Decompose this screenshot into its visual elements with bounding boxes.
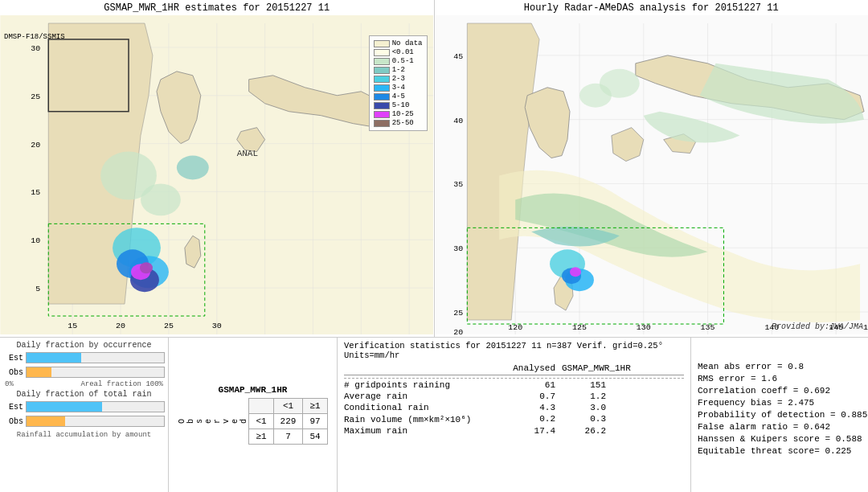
ct-cell-11: 229 bbox=[273, 414, 303, 429]
chart2-obs-label: Obs bbox=[3, 417, 23, 426]
left-map-panel: GSMAP_MWR_1HR estimates for 20151227 11 … bbox=[0, 0, 435, 337]
chart1-axis-start: 0% bbox=[5, 380, 14, 388]
chart1-est-row: Est bbox=[3, 352, 165, 363]
stat-prob-detection: Probability of detection = 0.885 bbox=[698, 410, 862, 420]
stat-correlation-coeff: Correlation coeff = 0.692 bbox=[698, 386, 862, 396]
svg-point-68 bbox=[579, 84, 611, 108]
stats-row-4-gsmap: 0.3 bbox=[562, 414, 606, 424]
chart2-est-row: Est bbox=[3, 401, 165, 412]
svg-text:130: 130 bbox=[636, 323, 650, 332]
bottom-row: Daily fraction by occurrence Est Obs 0% … bbox=[0, 338, 868, 492]
left-map-canvas: DMSP-F18/SSMIS bbox=[0, 15, 434, 334]
stats-header-row: Analysed GSMAP_MWR_1HR bbox=[344, 363, 684, 375]
svg-text:15: 15 bbox=[863, 323, 868, 332]
chart1-obs-label: Obs bbox=[3, 368, 23, 377]
stats-row-4-name: Rain volume (mm×km²×10⁶) bbox=[344, 414, 505, 424]
svg-text:5: 5 bbox=[35, 285, 40, 293]
stats-header-gsmap: GSMAP_MWR_1HR bbox=[562, 363, 606, 373]
svg-point-27 bbox=[141, 183, 181, 215]
stats-row-2-analysed: 0.7 bbox=[511, 392, 555, 401]
stat-hanssen-kuipers: Hanssen & Kuipers score = 0.588 bbox=[698, 434, 862, 444]
stats-row-4: Rain volume (mm×km²×10⁶) 0.2 0.3 bbox=[344, 414, 684, 424]
svg-text:15: 15 bbox=[31, 188, 40, 197]
svg-text:25: 25 bbox=[164, 322, 174, 330]
stats-row-1-gsmap: 151 bbox=[562, 380, 606, 390]
svg-text:25: 25 bbox=[31, 92, 40, 101]
stats-header-name bbox=[344, 363, 505, 373]
chart1-obs-row: Obs bbox=[3, 367, 165, 378]
right-map-title: Hourly Radar-AMeDAS analysis for 2015122… bbox=[435, 0, 869, 15]
svg-text:20: 20 bbox=[453, 328, 463, 334]
stats-row-1: # gridpoints raining 61 151 bbox=[344, 380, 684, 390]
stats-row-5-analysed: 17.4 bbox=[511, 426, 555, 436]
ct-row-1-label: <1 bbox=[249, 414, 273, 429]
stats-header-analysed: Analysed bbox=[511, 363, 555, 373]
chart2-est-bar bbox=[26, 401, 165, 412]
svg-text:135: 135 bbox=[700, 323, 714, 332]
legend-10-25: 10-25 bbox=[392, 110, 414, 118]
chart-title-2: Daily fraction of total rain bbox=[3, 390, 165, 399]
right-map-svg: 45 40 35 30 25 20 120 125 130 135 140 14… bbox=[435, 15, 869, 334]
top-row: GSMAP_MWR_1HR estimates for 20151227 11 … bbox=[0, 0, 868, 338]
legend-box: No data <0.01 0.5-1 1-2 2-3 3-4 4-5 5-10… bbox=[369, 35, 428, 131]
svg-text:125: 125 bbox=[571, 323, 586, 332]
chart-title-3: Rainfall accumulation by amount bbox=[3, 431, 165, 439]
observed-label: Observed bbox=[178, 418, 248, 424]
svg-point-66 bbox=[570, 267, 581, 277]
legend-05-1: 0.5-1 bbox=[392, 57, 414, 65]
stats-panel: Verification statistics for 20151227 11 … bbox=[338, 338, 691, 492]
chart2-obs-row: Obs bbox=[3, 416, 165, 427]
stats-row-1-analysed: 61 bbox=[511, 380, 555, 390]
legend-2-3: 2-3 bbox=[392, 75, 405, 83]
stats-row-3-gsmap: 3.0 bbox=[562, 403, 606, 412]
chart1-axis-end: Areal fraction 100% bbox=[80, 380, 163, 388]
svg-text:25: 25 bbox=[453, 309, 463, 318]
svg-text:10: 10 bbox=[31, 236, 40, 245]
ct-col-1: <1 bbox=[273, 399, 303, 414]
stats-row-2: Average rain 0.7 1.2 bbox=[344, 392, 684, 401]
stats-row-1-name: # gridpoints raining bbox=[344, 380, 505, 390]
ct-col-2: ≥1 bbox=[303, 399, 327, 414]
stats-row-2-name: Average rain bbox=[344, 392, 505, 401]
right-map-canvas: 45 40 35 30 25 20 120 125 130 135 140 14… bbox=[435, 15, 869, 334]
ct-cell-12: 97 bbox=[303, 414, 327, 429]
stats-row-5-gsmap: 26.2 bbox=[562, 426, 606, 436]
svg-text:30: 30 bbox=[453, 244, 463, 253]
ct-row-2-label: ≥1 bbox=[249, 429, 273, 445]
ct-cell-21: 7 bbox=[273, 429, 303, 445]
legend-001: <0.01 bbox=[392, 48, 414, 56]
table-row: ≥1 7 54 bbox=[249, 429, 327, 445]
chart1-est-label: Est bbox=[3, 354, 23, 363]
table-row: <1 229 97 bbox=[249, 414, 327, 429]
stats-row-3-name: Conditional rain bbox=[344, 403, 505, 412]
svg-text:45: 45 bbox=[453, 52, 463, 61]
gsmap-label: DMSP-F18/SSMIS bbox=[4, 33, 65, 41]
legend-1-2: 1-2 bbox=[392, 66, 405, 74]
contingency-panel: GSMAP_MWR_1HR Observed <1 ≥1 <1 2 bbox=[169, 338, 338, 492]
svg-text:40: 40 bbox=[453, 117, 463, 125]
svg-text:15: 15 bbox=[68, 322, 77, 330]
legend-5-10: 5-10 bbox=[392, 101, 410, 109]
svg-text:30: 30 bbox=[212, 322, 222, 330]
svg-text:30: 30 bbox=[31, 44, 40, 53]
charts-panel: Daily fraction by occurrence Est Obs 0% … bbox=[0, 338, 169, 492]
left-map-title: GSMAP_MWR_1HR estimates for 20151227 11 bbox=[0, 0, 434, 15]
right-stats-panel: Mean abs error = 0.8 RMS error = 1.6 Cor… bbox=[691, 338, 868, 492]
svg-text:120: 120 bbox=[508, 323, 522, 332]
svg-point-28 bbox=[177, 156, 209, 180]
chart1-axis: 0% Areal fraction 100% bbox=[3, 380, 165, 388]
chart1-obs-bar bbox=[26, 367, 165, 378]
svg-point-34 bbox=[140, 262, 153, 273]
contingency-table: <1 ≥1 <1 229 97 ≥1 7 54 bbox=[248, 398, 327, 445]
right-map-panel: Hourly Radar-AMeDAS analysis for 2015122… bbox=[435, 0, 869, 337]
svg-text:35: 35 bbox=[453, 180, 463, 189]
stats-row-5-name: Maximum rain bbox=[344, 426, 505, 436]
provided-label: Provided by:JWA/JMA bbox=[772, 322, 863, 331]
stats-row-3: Conditional rain 4.3 3.0 bbox=[344, 403, 684, 412]
ct-empty-header bbox=[249, 399, 273, 414]
svg-text:20: 20 bbox=[116, 322, 125, 330]
stats-title: Verification statistics for 20151227 11 … bbox=[344, 341, 684, 360]
ct-wrapper: Observed <1 ≥1 <1 229 97 bbox=[178, 398, 327, 445]
chart2-est-label: Est bbox=[3, 403, 23, 412]
contingency-title: GSMAP_MWR_1HR bbox=[219, 385, 288, 395]
